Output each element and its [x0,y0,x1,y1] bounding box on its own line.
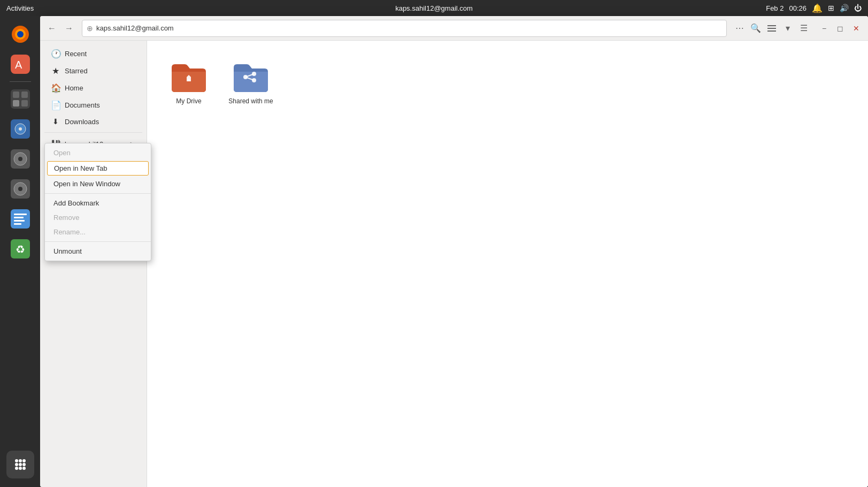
maximize-button[interactable]: ◻ [833,21,848,36]
titlebar: ← → ⊕ kaps.sahil12@gmail.com ⋯ 🔍 ▾ ☰ − ◻… [40,16,868,41]
context-menu-button[interactable]: ⋯ [732,21,747,36]
view-list-button[interactable] [764,21,779,36]
dock-item-appstore[interactable]: A [6,50,34,78]
sidebar-label-downloads: Downloads [65,118,99,126]
titlebar-actions: ⋯ 🔍 ▾ ☰ [732,21,811,36]
downloads-icon: ⬇ [51,117,60,126]
ctx-separator-1 [45,193,151,194]
main-area: 🕐 Recent ★ Starred 🏠 Home 📄 Documents ⬇ … [40,41,868,487]
sidebar-item-recent[interactable]: 🕐 Recent [42,45,144,62]
activities-label[interactable]: Activities [6,4,34,12]
svg-point-30 [19,463,22,466]
dock: A [0,16,40,487]
svg-point-34 [22,467,26,470]
back-button[interactable]: ← [44,21,59,36]
svg-rect-35 [767,25,776,26]
forward-button[interactable]: → [62,21,76,36]
svg-point-29 [15,463,18,466]
dock-item-optical1[interactable] [6,145,34,173]
svg-rect-6 [13,92,19,98]
shared-folder-icon [234,60,268,94]
content-area: My Drive [147,41,868,487]
sidebar-item-downloads[interactable]: ⬇ Downloads [42,114,144,129]
starred-icon: ★ [51,66,60,76]
topbar-time: 00:26 [789,4,806,12]
view-dropdown-button[interactable]: ▾ [780,21,795,36]
ctx-open-new-tab[interactable]: Open in New Tab [47,161,149,176]
ctx-remove[interactable]: Remove [45,210,151,225]
file-item-my-drive[interactable]: My Drive [162,56,216,109]
file-manager-window: ← → ⊕ kaps.sahil12@gmail.com ⋯ 🔍 ▾ ☰ − ◻… [40,16,868,487]
power-icon[interactable]: ⏻ [854,4,862,12]
address-bar-text[interactable]: kaps.sahil12@gmail.com [96,24,174,32]
address-bar-icon: ⊕ [87,24,93,33]
file-grid: My Drive [158,51,857,113]
svg-rect-20 [14,214,27,215]
svg-point-18 [18,187,22,191]
sidebar: 🕐 Recent ★ Starred 🏠 Home 📄 Documents ⬇ … [40,41,147,487]
svg-rect-22 [14,220,25,222]
svg-rect-7 [21,92,28,98]
svg-point-31 [22,463,26,466]
ctx-rename[interactable]: Rename... [45,225,151,239]
hamburger-menu-button[interactable]: ☰ [796,21,811,36]
recent-icon: 🕐 [51,49,60,59]
sidebar-divider-1 [44,132,142,133]
dock-item-disk[interactable] [6,115,34,143]
svg-text:A: A [15,59,22,71]
svg-rect-8 [13,100,19,106]
sidebar-label-recent: Recent [65,50,87,58]
documents-icon: 📄 [51,100,60,110]
svg-rect-36 [767,28,776,29]
svg-rect-38 [188,79,190,81]
ctx-separator-2 [45,241,151,242]
minimize-button[interactable]: − [817,21,832,36]
close-button[interactable]: ✕ [849,21,864,36]
window-title-topbar: kaps.sahil12@gmail.com [395,4,473,12]
ctx-open[interactable]: Open [45,146,151,160]
address-bar: ⊕ kaps.sahil12@gmail.com [82,20,727,37]
show-applications-button[interactable] [6,451,34,478]
ctx-unmount[interactable]: Unmount [45,244,151,258]
my-drive-label: My Drive [176,97,201,105]
context-menu: Open Open in New Tab Open in New Window … [44,143,151,261]
svg-point-27 [19,459,22,462]
window-controls: − ◻ ✕ [817,21,864,36]
svg-rect-21 [14,217,24,218]
dock-separator [10,81,31,82]
svg-rect-23 [14,223,21,225]
sidebar-item-documents[interactable]: 📄 Documents [42,97,144,113]
dock-item-recycle[interactable]: ♻ [6,235,34,263]
notification-icon[interactable]: 🔔 [812,3,823,13]
sidebar-label-home: Home [65,84,83,92]
topbar: Activities kaps.sahil12@gmail.com Feb 2 … [0,0,868,16]
svg-point-32 [15,467,18,470]
sidebar-label-documents: Documents [65,101,100,109]
svg-point-2 [17,31,24,37]
ctx-open-new-window[interactable]: Open in New Window [45,177,151,191]
file-item-shared-with-me[interactable]: Shared with me [224,56,278,109]
svg-point-26 [15,459,18,462]
home-icon: 🏠 [51,83,60,93]
svg-point-12 [19,127,22,131]
svg-rect-37 [767,31,776,32]
search-button[interactable]: 🔍 [748,21,763,36]
topbar-date: Feb 2 [766,4,783,12]
dock-item-text-editor[interactable] [6,205,34,233]
sidebar-item-starred[interactable]: ★ Starred [42,63,144,79]
ctx-add-bookmark[interactable]: Add Bookmark [45,196,151,210]
dock-item-workspace[interactable] [6,85,34,113]
svg-point-15 [18,157,22,161]
svg-point-33 [19,467,22,470]
sidebar-item-home[interactable]: 🏠 Home [42,80,144,96]
svg-rect-19 [11,209,30,229]
dock-item-optical2[interactable] [6,175,34,203]
sidebar-label-starred: Starred [65,67,88,75]
volume-icon[interactable]: 🔊 [840,4,849,12]
network-icon[interactable]: ⊞ [828,4,834,12]
dock-item-firefox[interactable] [6,20,34,48]
svg-rect-9 [21,100,28,106]
svg-point-28 [22,459,26,462]
svg-text:♻: ♻ [16,244,25,255]
my-drive-folder-icon [172,60,206,94]
